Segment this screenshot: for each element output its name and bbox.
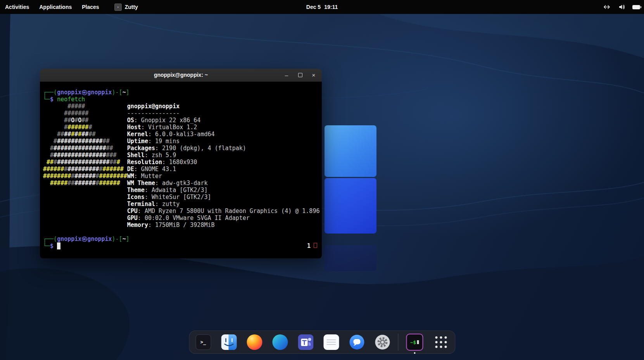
dock-separator: [398, 334, 398, 351]
terminal-line: Theme: Adwaita [GTK2/3]: [43, 187, 322, 194]
top-bar: Activities Applications Places › Zutty D…: [0, 0, 644, 14]
network-arrows-icon: [602, 4, 611, 10]
zutty-terminal-window: gnoppix@gnoppix: ~ – × ┌──(gnoppix㉿gnopp…: [40, 69, 322, 258]
maximize-button[interactable]: [297, 72, 304, 78]
dock-item-teams[interactable]: [298, 334, 313, 350]
clock-date: Dec 5: [306, 4, 321, 10]
window-title: gnoppix@gnoppix: ~: [40, 69, 322, 81]
terminal-line: Terminal: zutty: [43, 201, 322, 208]
terminal-line: CPU: AMD Ryzen 7 5800U with Radeon Graph…: [43, 208, 322, 215]
dock-item-app-grid[interactable]: [433, 334, 449, 350]
messages-icon: [349, 334, 364, 350]
terminal-line: ┌──(gnoppix㉿gnoppix)-[~]: [43, 235, 322, 242]
terminal-line: ################## Packages: 2190 (dpkg)…: [43, 145, 322, 152]
clock-time: 19:11: [324, 4, 338, 10]
text-editor-icon: [323, 334, 339, 350]
focused-app-label: Zutty: [125, 4, 138, 10]
running-indicator-dot: [414, 352, 415, 354]
dock-item-zutty-active[interactable]: ~$: [406, 334, 423, 351]
terminal-line: ##################### Resolution: 1680x9…: [43, 159, 322, 166]
terminal-content[interactable]: ┌──(gnoppix㉿gnoppix)-[~]└─$ neofetch ###…: [40, 82, 322, 258]
dock-item-text-editor[interactable]: [323, 334, 339, 350]
terminal-line: ######## Host: VirtualBox 1.2: [43, 124, 322, 131]
dock: >_: [189, 331, 455, 354]
terminal-line: └─$ neofetch: [43, 96, 322, 103]
terminal-line: ##### gnoppix@gnoppix: [43, 103, 322, 110]
app-grid-icon: [434, 335, 448, 349]
teams-icon: [298, 334, 313, 350]
activities-button[interactable]: Activities: [0, 0, 34, 14]
terminal-line: ####### ---------------: [43, 110, 322, 117]
missing-glyph-icon: [314, 243, 317, 248]
places-menu[interactable]: Places: [77, 0, 104, 14]
dock-item-settings[interactable]: [375, 334, 390, 350]
battery-icon: [632, 5, 640, 9]
terminal-line: ##O#O## OS: Gnoppix 22 x86_64: [43, 117, 322, 124]
terminal-line: Icons: WhiteSur [GTK2/3]: [43, 194, 322, 201]
terminal-line: └─$ 1: [43, 242, 322, 249]
wallpaper-logo-top-square: [325, 125, 376, 177]
focused-app-indicator[interactable]: › Zutty: [114, 3, 138, 11]
settings-gear-icon: [375, 334, 390, 350]
exit-status: 1: [307, 242, 317, 249]
zutty-icon: ~$: [406, 334, 423, 351]
wallpaper-logo-bottom-square: [325, 178, 376, 234]
terminal-line: ################ Uptime: 19 mins: [43, 138, 322, 145]
finder-face-icon: [221, 334, 237, 350]
dock-item-files[interactable]: [221, 334, 237, 350]
maximize-icon: [298, 73, 302, 77]
close-button[interactable]: ×: [310, 72, 317, 78]
terminal-line: ################### Shell: zsh 5.9: [43, 152, 322, 159]
dock-item-messages[interactable]: [349, 334, 364, 350]
terminal-line: ########### Kernel: 6.0.0-kali3-amd64: [43, 131, 322, 138]
system-status-area[interactable]: [602, 0, 640, 14]
terminal-line: #################### WM Theme: adw-gtk3-…: [43, 180, 322, 187]
firefox-icon: [247, 334, 262, 350]
dock-item-console[interactable]: >_: [195, 334, 211, 350]
dock-item-edge[interactable]: [272, 334, 288, 350]
clock[interactable]: Dec 5 19:11: [306, 0, 338, 14]
terminal-line: ┌──(gnoppix㉿gnoppix)-[~]: [43, 89, 322, 96]
volume-icon: [618, 4, 626, 10]
window-titlebar[interactable]: gnoppix@gnoppix: ~ – ×: [40, 69, 322, 82]
terminal-line: Memory: 1750MiB / 3928MiB: [43, 222, 322, 228]
console-icon: >_: [195, 334, 211, 350]
minimize-button[interactable]: –: [283, 72, 290, 78]
terminal-line: [43, 228, 322, 235]
desktop[interactable]: Activities Applications Places › Zutty D…: [0, 0, 644, 360]
terminal-line: ####################### DE: GNOME 43.1: [43, 166, 322, 173]
terminal-line: ########################WM: Mutter: [43, 173, 322, 180]
zutty-app-icon: ›: [114, 3, 122, 11]
edge-icon: [272, 334, 288, 350]
terminal-line: GPU: 00:02.0 VMware SVGA II Adapter: [43, 215, 322, 222]
wallpaper-logo-dim-square: [325, 245, 376, 271]
dock-item-firefox[interactable]: [247, 334, 262, 350]
applications-menu[interactable]: Applications: [34, 0, 77, 14]
